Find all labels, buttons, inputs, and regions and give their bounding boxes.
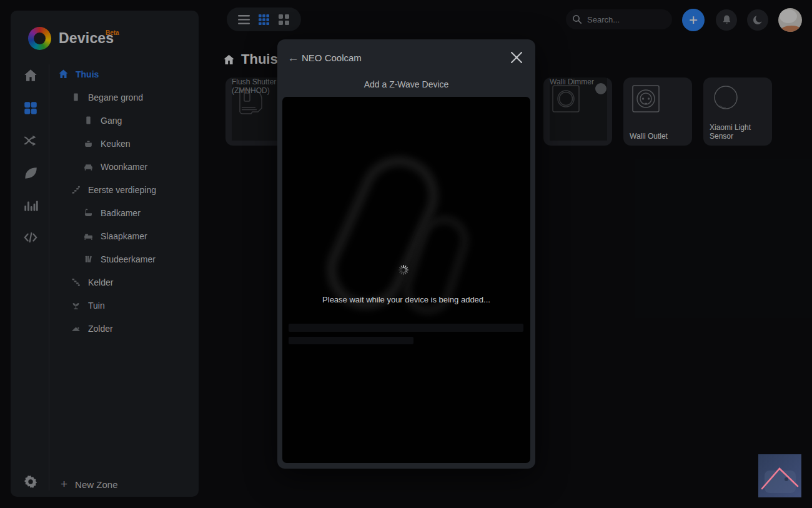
- pairing-status-text: Please wait while your device is being a…: [282, 295, 530, 304]
- faded-instruction-line: [289, 337, 413, 344]
- house-roof-icon: [758, 454, 801, 497]
- back-button[interactable]: ←: [287, 51, 299, 65]
- close-button[interactable]: [509, 50, 524, 65]
- pairing-screen: Please wait while your device is being a…: [282, 97, 530, 463]
- modal-title: NEO Coolcam: [302, 52, 362, 63]
- loading-spinner-icon: [397, 264, 410, 276]
- back-arrow-icon: ←: [287, 51, 299, 64]
- add-device-modal: ← NEO Coolcam Add a Z-Wave Device: [277, 39, 535, 469]
- faded-instruction-line: [289, 324, 523, 332]
- screen-overlay-widget[interactable]: [758, 454, 801, 497]
- modal-subtitle: Add a Z-Wave Device: [277, 79, 535, 89]
- close-icon: [509, 50, 524, 65]
